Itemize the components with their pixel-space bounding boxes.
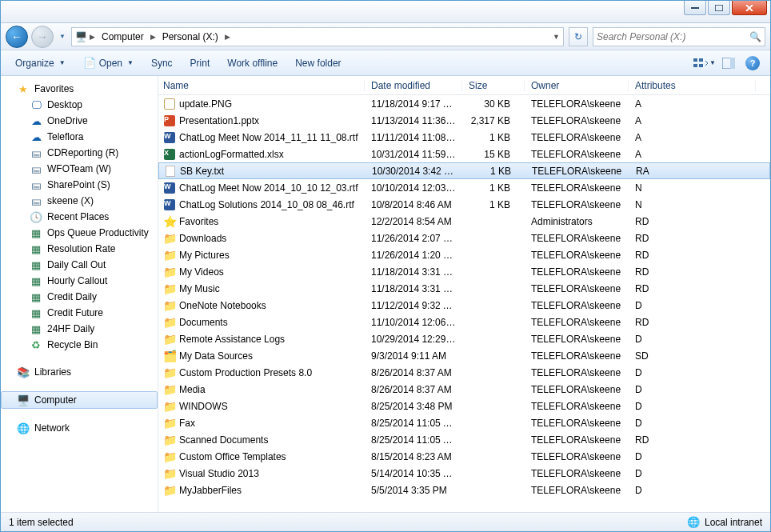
new-folder-button[interactable]: New folder [287,54,349,72]
drive-icon: 🖴 [30,178,42,191]
sidebar-item[interactable]: 🖴skeene (X) [1,193,158,209]
file-row[interactable]: 📁My Pictures11/26/2014 1:20 PMTELEFLORA\… [158,246,770,263]
file-name: ChatLog Meet Now 2014_11_11 11_08.rtf [179,132,358,143]
star-icon: ★ [17,82,30,95]
sidebar-item-label: Resolution Rate [47,243,115,254]
refresh-button[interactable]: ↻ [569,27,588,46]
forward-button[interactable]: → [31,26,54,48]
sidebar-item[interactable]: 🖴CDReporting (R) [1,145,158,161]
maximize-button[interactable] [708,1,730,15]
column-header-name[interactable]: Name [158,80,365,91]
file-row[interactable]: XactionLogFormatted.xlsx10/31/2014 11:59… [158,146,770,162]
work-offline-button[interactable]: Work offline [219,54,286,72]
sidebar-item[interactable]: ▦Hourly Callout [1,273,158,289]
file-row[interactable]: 📁My Videos11/18/2014 3:31 PMTELEFLORA\sk… [158,263,770,280]
favorites-folder-icon: ⭐ [163,215,176,228]
recent-icon: 🕓 [30,210,42,223]
chevron-right-icon[interactable]: ▶ [223,33,232,41]
column-header-owner[interactable]: Owner [525,80,629,91]
print-button[interactable]: Print [182,54,218,72]
file-date: 10/8/2014 8:46 AM [365,199,462,210]
chevron-right-icon[interactable]: ▶ [88,33,97,41]
desktop-icon: 🖵 [30,98,42,111]
minimize-button[interactable] [684,1,706,15]
open-button[interactable]: 📄Open▼ [75,54,142,73]
file-attributes: RD [629,233,770,244]
sidebar-item[interactable]: ♻Recycle Bin [1,337,158,353]
file-name: Media [179,384,206,395]
address-dropdown[interactable]: ▼ [551,33,561,41]
sidebar-item[interactable]: ▦Resolution Rate [1,241,158,257]
sidebar-item[interactable]: ▦Credit Future [1,305,158,321]
sync-button[interactable]: Sync [143,54,181,72]
file-row[interactable]: 📁Fax8/25/2014 11:05 AMTELEFLORA\skeeneD [158,414,770,431]
file-date: 8/25/2014 11:05 AM [365,434,462,446]
file-row[interactable]: 📁Custom Production Presets 8.08/26/2014 … [158,364,770,381]
sidebar-item[interactable]: ▦Daily Call Out [1,257,158,273]
file-attributes: D [629,418,770,429]
status-selection: 1 item selected [9,517,74,528]
sidebar-item[interactable]: 🖵Desktop [1,97,158,113]
column-header-attributes[interactable]: Attributes [629,80,756,91]
close-button[interactable] [732,1,767,15]
file-row[interactable]: 📁My Music11/18/2014 3:31 PMTELEFLORA\ske… [158,280,770,297]
sidebar-item[interactable]: ▦Ops Queue Productivity [1,225,158,241]
file-row[interactable]: 📁Remote Assistance Logs10/29/2014 12:29 … [158,330,770,347]
sidebar-item[interactable]: 🖴WFOTeam (W) [1,161,158,177]
file-list[interactable]: update.PNG11/18/2014 9:17 AM30 KBTELEFLO… [158,95,770,512]
file-row[interactable]: 📁MyJabberFiles5/5/2014 3:35 PMTELEFLORA\… [158,482,770,498]
breadcrumb-part[interactable]: Computer [97,31,149,42]
file-row[interactable]: WChatLog Meet Now 2014_10_10 12_03.rtf10… [158,179,770,196]
sidebar-item[interactable]: ▦24HF Daily [1,321,158,337]
chevron-right-icon[interactable]: ▶ [149,33,158,41]
file-owner: TELEFLORA\skeene [525,283,629,294]
file-row[interactable]: 📁Visual Studio 20135/14/2014 10:35 AMTEL… [158,465,770,482]
network-header[interactable]: 🌐 Network [1,420,158,436]
data-sources-folder-icon: 🗂️ [163,350,176,362]
preview-pane-button[interactable] [717,54,740,72]
file-row[interactable]: 📁Scanned Documents8/25/2014 11:05 AMTELE… [158,431,770,448]
search-box[interactable]: 🔍 [593,27,765,46]
file-row[interactable]: 📁Documents11/10/2014 12:06 ...TELEFLORA\… [158,314,770,330]
folder-icon: 📁 [163,467,176,480]
search-icon[interactable]: 🔍 [749,31,761,42]
sheet-icon: ▦ [30,306,42,319]
view-options-button[interactable]: ▼ [693,54,716,72]
help-button[interactable]: ? [741,54,764,72]
file-row[interactable]: update.PNG11/18/2014 9:17 AM30 KBTELEFLO… [158,95,770,112]
sidebar-item[interactable]: ▦Credit Daily [1,289,158,305]
file-size: 1 KB [462,132,525,143]
sidebar-item[interactable]: ☁OneDrive [1,113,158,129]
column-header-size[interactable]: Size [462,80,525,91]
address-bar[interactable]: 🖥️ ▶ Computer ▶ Personal (X:) ▶ ▼ [71,27,564,46]
file-name: ChatLog Solutions 2014_10_08 08_46.rtf [179,199,354,210]
sidebar-item[interactable]: ☁Teleflora [1,129,158,145]
file-row[interactable]: WChatLog Meet Now 2014_11_11 11_08.rtf11… [158,129,770,146]
folder-icon: 📁 [163,299,176,312]
file-name: Custom Office Templates [179,451,286,462]
file-row[interactable]: ⭐Favorites12/2/2014 8:54 AMAdministrator… [158,213,770,230]
search-input[interactable] [597,31,749,42]
file-owner: TELEFLORA\skeene [525,149,629,160]
file-row[interactable]: 📁Media8/26/2014 8:37 AMTELEFLORA\skeeneD [158,381,770,398]
file-row[interactable]: 📁WINDOWS8/25/2014 3:48 PMTELEFLORA\skeen… [158,398,770,414]
open-icon: 📄 [83,57,96,70]
computer-header[interactable]: 🖥️ Computer [1,391,158,409]
sidebar-item[interactable]: 🕓Recent Places [1,209,158,225]
file-row[interactable]: 📁Custom Office Templates8/15/2014 8:23 A… [158,448,770,465]
file-row[interactable]: 📁Downloads11/26/2014 2:07 PMTELEFLORA\sk… [158,230,770,246]
breadcrumb-part[interactable]: Personal (X:) [158,31,223,42]
back-button[interactable]: ← [6,26,28,48]
file-row[interactable]: 🗂️My Data Sources9/3/2014 9:11 AMTELEFLO… [158,347,770,364]
file-row[interactable]: PPresentation1.pptx11/13/2014 11:36 ...2… [158,112,770,129]
explorer-window: ← → ▼ 🖥️ ▶ Computer ▶ Personal (X:) ▶ ▼ … [0,0,771,532]
libraries-header[interactable]: 📚 Libraries [1,364,158,380]
favorites-header[interactable]: ★ Favorites [1,81,158,97]
file-row[interactable]: 📁OneNote Notebooks11/12/2014 9:32 AMTELE… [158,297,770,314]
file-row[interactable]: WChatLog Solutions 2014_10_08 08_46.rtf1… [158,196,770,213]
sidebar-item[interactable]: 🖴SharePoint (S) [1,177,158,193]
file-row[interactable]: SB Key.txt10/30/2014 3:42 PM1 KBTELEFLOR… [158,162,770,179]
column-header-date[interactable]: Date modified [365,80,462,91]
organize-button[interactable]: Organize▼ [7,54,74,72]
history-dropdown[interactable]: ▼ [57,33,68,40]
